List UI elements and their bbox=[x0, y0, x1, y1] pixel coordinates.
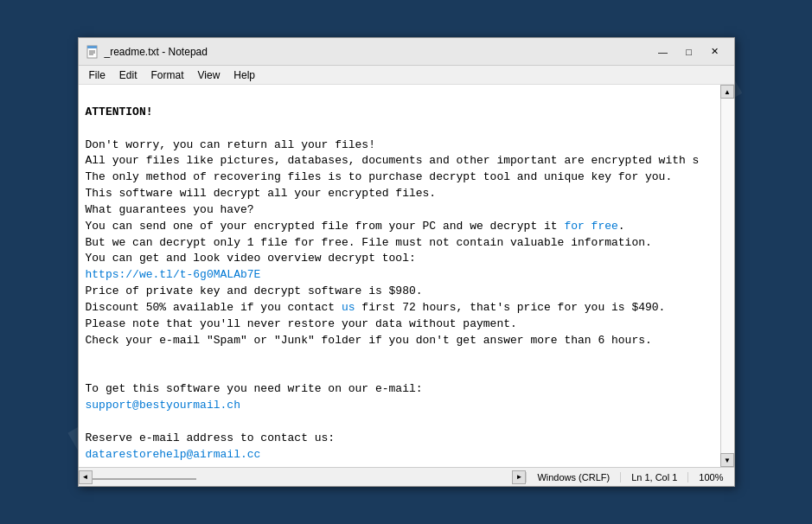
notepad-icon bbox=[86, 45, 99, 59]
text-area-container: ATTENTION! Don't worry, you can return a… bbox=[79, 85, 734, 467]
email-reserve[interactable]: datarestorehelp@airmail.cc bbox=[86, 448, 261, 461]
vertical-scrollbar[interactable]: ▲ ▼ bbox=[720, 85, 734, 467]
scroll-right-arrow[interactable]: ► bbox=[512, 470, 526, 484]
scroll-up-arrow[interactable]: ▲ bbox=[720, 85, 734, 99]
email-primary[interactable]: support@bestyourmail.ch bbox=[86, 399, 240, 412]
horizontal-scrollbar[interactable]: ◄ ► bbox=[79, 470, 527, 484]
menu-format[interactable]: Format bbox=[144, 67, 191, 83]
title-bar: _readme.txt - Notepad — □ ✕ bbox=[79, 38, 734, 66]
scroll-left-arrow[interactable]: ◄ bbox=[79, 470, 93, 484]
notepad-window: _readme.txt - Notepad — □ ✕ File Edit Fo… bbox=[78, 37, 735, 487]
status-sections: Windows (CRLF) Ln 1, Col 1 100% bbox=[526, 472, 733, 482]
maximize-button[interactable]: □ bbox=[677, 43, 701, 61]
highlight-for-free: for free bbox=[564, 220, 617, 233]
link-video[interactable]: https://we.tl/t-6g0MALAb7E bbox=[86, 268, 261, 281]
menu-bar: File Edit Format View Help bbox=[79, 66, 734, 85]
status-zoom: 100% bbox=[687, 472, 733, 482]
scroll-track[interactable] bbox=[721, 99, 734, 453]
highlight-us: us bbox=[342, 301, 355, 314]
menu-file[interactable]: File bbox=[82, 67, 112, 83]
scroll-down-arrow[interactable]: ▼ bbox=[720, 453, 734, 467]
menu-edit[interactable]: Edit bbox=[112, 67, 144, 83]
svg-rect-1 bbox=[87, 46, 97, 48]
menu-help[interactable]: Help bbox=[227, 67, 262, 83]
window-controls: — □ ✕ bbox=[651, 43, 727, 61]
status-encoding: Windows (CRLF) bbox=[526, 472, 620, 482]
close-button[interactable]: ✕ bbox=[703, 43, 727, 61]
minimize-button[interactable]: — bbox=[651, 43, 675, 61]
text-content[interactable]: ATTENTION! Don't worry, you can return a… bbox=[79, 85, 720, 467]
bottom-bar: ◄ ► Windows (CRLF) Ln 1, Col 1 100% bbox=[79, 467, 734, 486]
attention-heading: ATTENTION! bbox=[86, 105, 153, 118]
menu-view[interactable]: View bbox=[191, 67, 227, 83]
scroll-h-thumb[interactable] bbox=[93, 478, 196, 480]
status-position: Ln 1, Col 1 bbox=[620, 472, 687, 482]
window-title: _readme.txt - Notepad bbox=[105, 46, 651, 58]
